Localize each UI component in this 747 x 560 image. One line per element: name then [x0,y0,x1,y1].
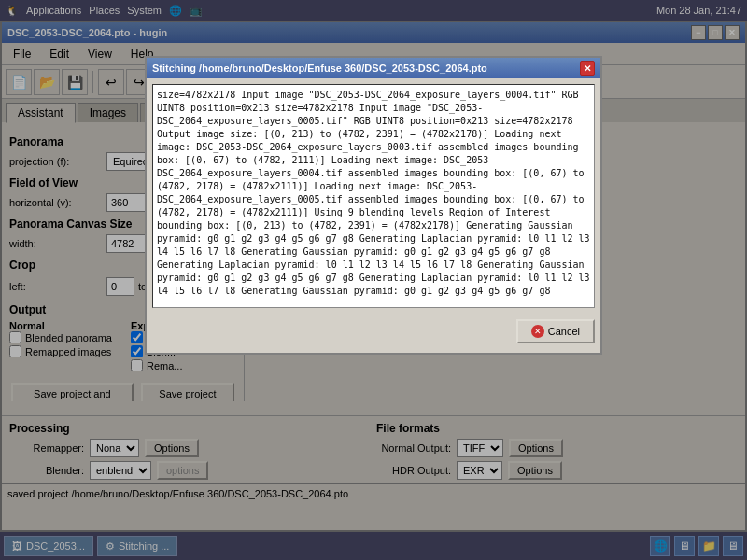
dialog-overlay: Stitching /home/bruno/Desktop/Enfuse 360… [0,0,747,560]
stitching-dialog: Stitching /home/bruno/Desktop/Enfuse 360… [145,56,602,355]
dialog-content: size=4782x2178 Input image "DSC_2053-DSC… [147,78,600,314]
cancel-label: Cancel [548,326,580,337]
dialog-close-button[interactable]: ✕ [580,61,595,76]
log-area[interactable]: size=4782x2178 Input image "DSC_2053-DSC… [152,84,595,308]
dialog-titlebar: Stitching /home/bruno/Desktop/Enfuse 360… [147,58,600,78]
cancel-button[interactable]: ✕ Cancel [516,319,595,343]
dialog-footer: ✕ Cancel [147,314,600,349]
dialog-title: Stitching /home/bruno/Desktop/Enfuse 360… [152,63,487,74]
cancel-icon: ✕ [531,325,544,338]
